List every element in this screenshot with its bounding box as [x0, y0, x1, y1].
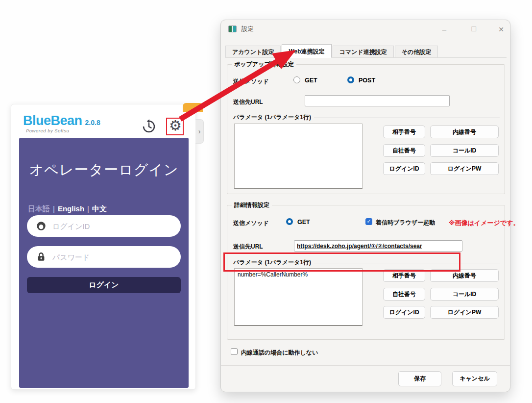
no-action-internal-call-checkbox[interactable]: [231, 348, 238, 355]
insert-call-id-button[interactable]: コールID: [430, 144, 499, 157]
param-section-header: パラメータ (1パラメータ1行): [233, 113, 500, 122]
login-button[interactable]: ログイン: [27, 277, 181, 293]
send-method-label: 送信メソッド: [233, 219, 269, 227]
lang-separator: |: [50, 204, 58, 213]
settings-dialog: 設定 – ☐ ✕ アカウント設定 Web連携設定 コマンド連携設定 その他設定 …: [220, 20, 510, 392]
chevron-right-icon: ›: [198, 127, 201, 135]
version-label: 2.0.8: [85, 119, 100, 126]
settings-tabstrip: アカウント設定 Web連携設定 コマンド連携設定 その他設定: [225, 44, 439, 57]
tab-account-settings[interactable]: アカウント設定: [225, 46, 281, 57]
send-method-label: 送信メソッド: [233, 77, 269, 86]
param-divider: [314, 263, 500, 263]
dialog-titlebar[interactable]: 設定 – ☐ ✕: [221, 20, 510, 38]
popup-param-textarea[interactable]: [234, 124, 363, 189]
password-field-wrap: [27, 246, 181, 268]
insert-own-number-button[interactable]: 自社番号: [383, 144, 425, 157]
no-action-internal-call-label[interactable]: 内線通話の場合に動作しない: [241, 349, 318, 357]
radio-get-label[interactable]: GET: [297, 219, 310, 226]
insert-extension-number-button[interactable]: 内線番号: [430, 126, 499, 138]
password-input[interactable]: [52, 253, 173, 261]
close-button[interactable]: ✕: [492, 23, 510, 36]
radio-post-label[interactable]: POST: [359, 77, 375, 84]
powered-by-label: Powered by Softsu: [26, 128, 69, 133]
history-icon[interactable]: [142, 119, 156, 134]
logo-text: BlueBean: [23, 113, 82, 128]
expand-chevron-tab[interactable]: ›: [195, 119, 204, 144]
footer-divider: [221, 365, 510, 366]
minimize-button[interactable]: –: [435, 23, 453, 36]
screenshot-stage: BlueBean2.0.8 Powered by Softsu ⚙ › オペレー…: [0, 0, 532, 403]
dialog-title: 設定: [242, 25, 254, 33]
tabpage-border: [225, 57, 507, 58]
cancel-button[interactable]: キャンセル: [452, 371, 497, 386]
login-id-field-wrap: [27, 215, 181, 237]
lang-chinese[interactable]: 中文: [92, 204, 107, 213]
lang-japanese[interactable]: 日本語: [28, 204, 50, 213]
gear-icon[interactable]: ⚙: [168, 116, 183, 135]
insert-login-pw-button[interactable]: ログインPW: [430, 162, 499, 175]
insert-call-id-button[interactable]: コールID: [430, 288, 499, 301]
app-icon: [228, 25, 237, 32]
send-url-label: 送信先URL: [233, 243, 263, 251]
save-button[interactable]: 保存: [398, 371, 441, 386]
maximize-button: ☐: [465, 23, 483, 36]
detail-url-input[interactable]: [294, 240, 462, 252]
annotation-note: ※画像はイメージです。: [449, 219, 519, 227]
radio-get[interactable]: [286, 218, 293, 225]
language-switcher: 日本語|English|中文: [28, 204, 107, 214]
popup-url-input[interactable]: [305, 95, 450, 106]
param-label: パラメータ (1パラメータ1行): [233, 113, 311, 122]
tab-command-integration-settings[interactable]: コマンド連携設定: [333, 46, 394, 57]
lang-separator: |: [84, 204, 92, 213]
browser-launch-label[interactable]: 着信時ブラウザー起動: [376, 219, 435, 227]
lang-english[interactable]: English: [58, 204, 84, 213]
insert-login-id-button[interactable]: ログインID: [383, 306, 425, 319]
popup-info-groupbox: ポップアップ情報設定 送信メソッド GET POST 送信先URL パラメータ …: [227, 64, 505, 194]
param-section-header: パラメータ (1パラメータ1行): [233, 258, 500, 267]
lock-icon: [36, 252, 47, 262]
notification-tab: [183, 103, 203, 112]
insert-other-number-button[interactable]: 相手番号: [383, 269, 425, 282]
radio-get-label[interactable]: GET: [305, 77, 317, 84]
tab-web-integration-settings[interactable]: Web連携設定: [282, 44, 331, 58]
insert-other-number-button[interactable]: 相手番号: [383, 126, 425, 138]
insert-own-number-button[interactable]: 自社番号: [383, 288, 425, 301]
login-title: オペレーターログイン: [19, 160, 189, 180]
radio-post[interactable]: [347, 76, 354, 83]
param-divider: [314, 118, 500, 118]
login-id-input[interactable]: [52, 222, 173, 230]
bluebean-window: BlueBean2.0.8 Powered by Softsu ⚙ › オペレー…: [11, 104, 196, 390]
popup-group-title: ポップアップ情報設定: [232, 60, 296, 69]
login-panel: オペレーターログイン 日本語|English|中文: [19, 138, 189, 388]
param-label: パラメータ (1パラメータ1行): [233, 258, 311, 267]
browser-launch-checkbox[interactable]: [365, 218, 372, 225]
insert-extension-number-button[interactable]: 内線番号: [430, 269, 499, 282]
radio-get[interactable]: [293, 76, 300, 83]
detail-param-textarea[interactable]: number=%CallerNumber%: [234, 268, 363, 326]
operator-headset-icon: [36, 221, 47, 231]
tab-other-settings[interactable]: その他設定: [395, 46, 438, 57]
insert-login-pw-button[interactable]: ログインPW: [430, 306, 499, 319]
bluebean-logo: BlueBean2.0.8: [23, 113, 100, 128]
insert-login-id-button[interactable]: ログインID: [383, 162, 425, 175]
send-url-label: 送信先URL: [233, 98, 263, 106]
detail-group-title: 詳細情報設定: [232, 201, 272, 209]
